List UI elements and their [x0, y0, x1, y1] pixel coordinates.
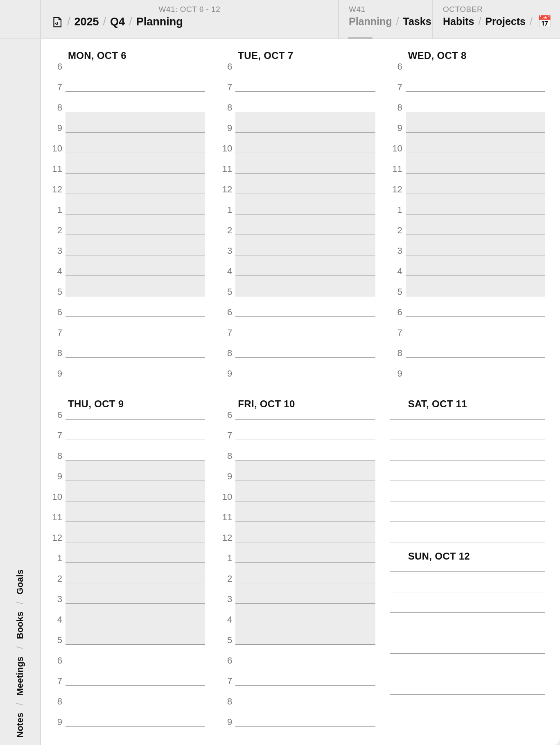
hour-row[interactable]: 4	[389, 255, 545, 276]
weekend-line[interactable]	[390, 633, 545, 654]
weekend-line[interactable]	[390, 461, 545, 481]
hour-row[interactable]: 12	[49, 522, 205, 542]
hour-row[interactable]: 9	[219, 358, 375, 378]
hour-row[interactable]: 6	[219, 645, 375, 665]
hour-row[interactable]: 7	[219, 665, 375, 686]
crumb-quarter[interactable]: Q4	[110, 16, 125, 28]
hour-row[interactable]: 5	[389, 276, 545, 296]
hour-row[interactable]: 9	[219, 461, 375, 481]
hour-row[interactable]: 11	[49, 153, 205, 174]
hour-row[interactable]: 2	[219, 214, 375, 235]
weekend-line[interactable]	[390, 654, 545, 674]
sidebar-link-books[interactable]: Books	[15, 612, 25, 639]
hour-row[interactable]: 6	[49, 296, 205, 317]
hour-row[interactable]: 5	[219, 624, 375, 645]
weekend-line[interactable]	[390, 564, 545, 572]
hour-row[interactable]: 6	[49, 63, 205, 71]
hour-row[interactable]: 9	[219, 112, 375, 133]
hour-row[interactable]: 2	[49, 214, 205, 235]
hour-row[interactable]: 6	[219, 63, 375, 71]
hour-row[interactable]: 11	[389, 153, 545, 174]
tab-month[interactable]: OCTOBER Habits / Projects / 📅	[433, 0, 560, 38]
hour-row[interactable]: 7	[49, 420, 205, 440]
weekend-line[interactable]	[390, 613, 545, 633]
hour-row[interactable]: 10	[49, 133, 205, 153]
hour-row[interactable]: 7	[219, 317, 375, 337]
hour-row[interactable]: 1	[389, 194, 545, 214]
hour-row[interactable]: 2	[49, 563, 205, 583]
weekend-line[interactable]	[390, 592, 545, 613]
weekend-line[interactable]	[390, 481, 545, 501]
weekend-line[interactable]	[390, 501, 545, 522]
hour-row[interactable]: 6	[219, 296, 375, 317]
crumb-year[interactable]: 2025	[75, 16, 99, 28]
hour-row[interactable]: 8	[389, 337, 545, 358]
hour-row[interactable]: 2	[389, 214, 545, 235]
hour-row[interactable]: 5	[219, 276, 375, 296]
sidebar-link-notes[interactable]: Notes	[15, 713, 25, 738]
hour-row[interactable]: 9	[49, 358, 205, 378]
hour-row[interactable]: 9	[219, 706, 375, 727]
hour-row[interactable]: 6	[49, 645, 205, 665]
hour-row[interactable]: 10	[219, 133, 375, 153]
sidebar-link-meetings[interactable]: Meetings	[15, 656, 25, 695]
hour-row[interactable]: 7	[389, 71, 545, 92]
hour-row[interactable]: 7	[389, 317, 545, 337]
hour-row[interactable]: 12	[219, 174, 375, 194]
hour-row[interactable]: 8	[389, 92, 545, 112]
hour-row[interactable]: 4	[49, 255, 205, 276]
hour-row[interactable]: 3	[219, 235, 375, 255]
hour-row[interactable]: 8	[49, 440, 205, 461]
calendar-icon[interactable]: 📅	[537, 16, 552, 27]
tab-week-planning[interactable]: Planning	[349, 16, 392, 27]
hour-row[interactable]: 3	[49, 583, 205, 604]
hour-row[interactable]: 9	[49, 706, 205, 727]
hour-row[interactable]: 9	[49, 461, 205, 481]
hour-row[interactable]: 2	[219, 563, 375, 583]
hour-row[interactable]: 7	[49, 71, 205, 92]
hour-row[interactable]: 9	[389, 112, 545, 133]
hour-row[interactable]: 6	[49, 411, 205, 420]
hour-row[interactable]: 11	[219, 501, 375, 522]
hour-row[interactable]: 8	[219, 440, 375, 461]
hour-row[interactable]: 5	[49, 276, 205, 296]
hour-row[interactable]: 6	[389, 296, 545, 317]
hour-row[interactable]: 12	[49, 174, 205, 194]
weekend-line[interactable]	[390, 572, 545, 592]
hour-row[interactable]: 5	[49, 624, 205, 645]
hour-row[interactable]: 1	[49, 194, 205, 214]
hour-row[interactable]: 12	[389, 174, 545, 194]
hour-row[interactable]: 4	[49, 604, 205, 624]
hour-row[interactable]: 4	[219, 255, 375, 276]
hour-row[interactable]: 1	[219, 194, 375, 214]
hour-row[interactable]: 7	[49, 317, 205, 337]
hour-row[interactable]: 8	[219, 92, 375, 112]
hour-row[interactable]: 3	[219, 583, 375, 604]
hour-row[interactable]: 6	[389, 63, 545, 71]
hour-row[interactable]: 10	[219, 481, 375, 501]
hour-row[interactable]: 9	[49, 112, 205, 133]
hour-row[interactable]: 3	[389, 235, 545, 255]
weekend-line[interactable]	[390, 411, 545, 420]
tab-month-projects[interactable]: Projects	[485, 16, 526, 27]
hour-row[interactable]: 10	[389, 133, 545, 153]
weekend-line[interactable]	[390, 674, 545, 695]
hour-row[interactable]: 7	[49, 665, 205, 686]
hour-row[interactable]: 8	[49, 686, 205, 706]
tab-week[interactable]: W41 Planning / Tasks	[339, 0, 433, 38]
hour-row[interactable]: 1	[219, 542, 375, 563]
crumb-page[interactable]: Planning	[136, 16, 183, 28]
home-icon[interactable]	[51, 16, 63, 28]
hour-row[interactable]: 10	[49, 481, 205, 501]
hour-row[interactable]: 4	[219, 604, 375, 624]
hour-row[interactable]: 7	[219, 420, 375, 440]
hour-row[interactable]: 11	[49, 501, 205, 522]
tab-month-habits[interactable]: Habits	[443, 16, 474, 27]
hour-row[interactable]: 8	[49, 92, 205, 112]
hour-row[interactable]: 7	[219, 71, 375, 92]
hour-row[interactable]: 1	[49, 542, 205, 563]
hour-row[interactable]: 8	[219, 337, 375, 358]
hour-row[interactable]: 3	[49, 235, 205, 255]
hour-row[interactable]: 8	[219, 686, 375, 706]
weekend-line[interactable]	[390, 522, 545, 542]
